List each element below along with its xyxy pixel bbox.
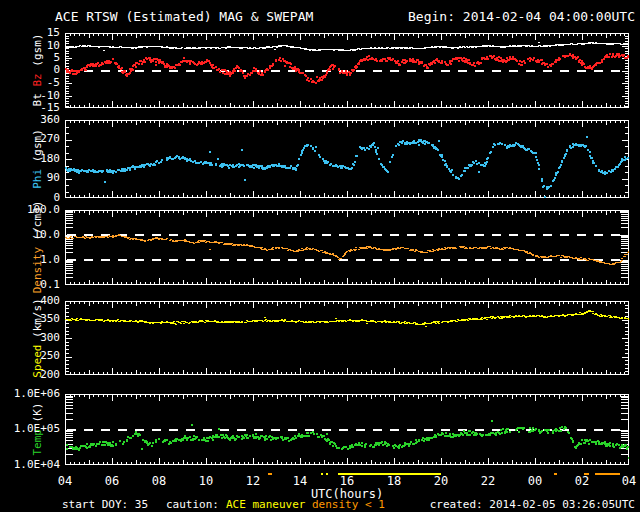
ace-maneuver-label: ACE maneuver [226,498,305,511]
y-tick-label: 200 [0,369,60,381]
low-density-marker [554,473,558,475]
y-tick-label: 90 [0,172,60,184]
y-tick-label: 0 [0,64,60,76]
x-tick-label: 00 [521,474,549,488]
ace-rtsw-plot: ACE RTSW (Estimated) MAG & SWEPAM Begin:… [0,0,640,512]
x-tick-label: 12 [239,474,267,488]
ace-maneuver-marker [321,473,323,475]
speed-plot-area [65,301,629,375]
page-title: ACE RTSW (Estimated) MAG & SWEPAM [55,9,313,24]
y-tick-label: 400 [0,295,60,307]
x-tick-label: 02 [568,474,596,488]
x-tick-label: 14 [286,474,314,488]
y-tick-label: 100.0 [0,204,60,216]
density-plot-area [65,210,629,285]
bt-bz-plot-area [65,33,629,108]
y-tick-label: 250 [0,350,60,362]
low-density-marker [595,473,620,475]
y-tick-label: 5 [0,52,60,64]
x-tick-label: 06 [98,474,126,488]
ace-maneuver-marker [338,473,441,475]
y-tick-label: -5 [0,77,60,89]
y-tick-label: 10.0 [0,229,60,241]
y-tick-label: 180 [0,153,60,165]
y-tick-label: 1.0E+05 [0,423,60,435]
phi-plot-area [65,120,629,198]
temp-plot-area [65,394,629,465]
x-tick-label: 04 [615,474,640,488]
y-tick-label: 270 [0,133,60,145]
y-tick-label: 1.0E+06 [0,388,60,400]
start-doy-label: start DOY: 35 [62,498,148,511]
x-tick-label: 16 [333,474,361,488]
y-tick-label: 15 [0,27,60,39]
y-tick-label: 350 [0,313,60,325]
low-density-label: density < 1 [312,498,385,511]
x-tick-label: 18 [380,474,408,488]
created-timestamp: created: 2014-02-05 03:26:05UTC [430,498,635,511]
y-tick-label: 1.0 [0,254,60,266]
low-density-marker [268,473,272,475]
caution-label: caution: [166,498,219,511]
y-tick-label: 300 [0,332,60,344]
y-tick-label: 360 [0,114,60,126]
x-tick-label: 10 [192,474,220,488]
x-tick-label: 04 [51,474,79,488]
x-tick-label: 08 [145,474,173,488]
low-density-marker [584,473,589,475]
x-tick-label: 20 [427,474,455,488]
ace-maneuver-marker [326,473,328,475]
y-tick-label: 10 [0,40,60,52]
begin-timestamp: Begin: 2014-02-04 04:00:00UTC [408,9,635,24]
y-tick-label: 1.0E+04 [0,459,60,471]
y-tick-label: 0.1 [0,279,60,291]
x-tick-label: 22 [474,474,502,488]
